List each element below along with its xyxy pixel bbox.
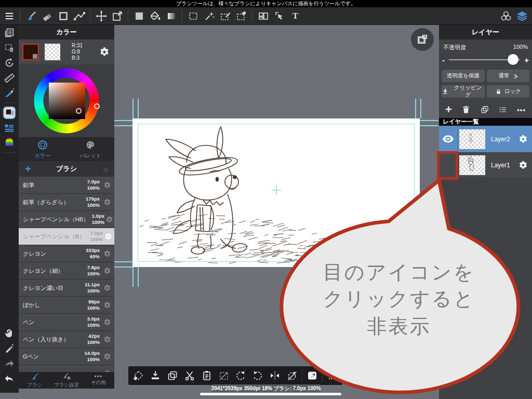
opacity-slider-knob[interactable] [508,54,518,65]
tab-brush-settings[interactable]: ブラシ設定 [50,372,82,389]
brush-list-icon[interactable] [0,120,19,135]
color-settings-gear-icon[interactable] [99,46,110,58]
transform-tool-icon[interactable] [109,8,125,24]
opacity-plus[interactable]: + [524,56,529,64]
opacity-minus[interactable]: - [442,56,445,64]
redo-icon[interactable] [0,355,19,370]
tab-others[interactable]: ••• その他 [83,372,114,389]
brush-settings-gear-icon[interactable] [100,267,114,275]
clipping-icon [442,88,449,95]
brush-list-item[interactable]: クレヨン濃い目 11.1px 100% [19,280,114,297]
brush-list-item[interactable]: 15px [19,365,114,372]
gradient-tool-icon[interactable] [163,8,179,24]
layer-row-layer2[interactable]: Layer2 [439,126,532,152]
select-eraser-tool-icon[interactable] [233,8,249,24]
brush-settings-gear-icon[interactable] [100,352,114,361]
layer2-settings-gear-icon[interactable] [518,134,528,144]
ruler-icon[interactable] [0,70,19,85]
tab-brush[interactable]: ブラシ [19,372,50,389]
rgb-g-value: G:8 [72,49,83,55]
sv-selector[interactable] [76,108,82,114]
clipping-button[interactable]: クリッピング [442,85,485,98]
brush-list-item[interactable]: クレヨン 333px 60% [19,245,114,262]
reset-rotation-icon[interactable] [0,55,19,70]
delete-layer-icon[interactable] [461,105,471,114]
brush-list-item[interactable]: クレヨン（細） 7.6px 100% [19,262,114,280]
add-layer-icon[interactable]: + [445,104,452,115]
foreground-color-swatch[interactable] [22,44,39,60]
sort-brushes-icon[interactable]: ↑↓ [96,165,114,173]
brush-settings-gear-icon[interactable] [103,232,114,241]
cut-icon[interactable] [182,368,197,383]
brush-settings-gear-icon[interactable] [100,318,114,327]
brush-list-item[interactable]: ぼかし 86px 100% [19,297,114,314]
save-icon[interactable] [148,368,163,383]
panel-divide-tool-icon[interactable] [255,8,271,24]
hand-tool-icon[interactable] [0,325,19,340]
paste-icon[interactable] [200,368,214,383]
deselect-icon[interactable] [217,368,231,383]
duplicate-layer-icon[interactable] [480,105,489,114]
brush-settings-gear-icon[interactable] [104,215,114,224]
fill-rect-tool-icon[interactable] [131,8,147,24]
polyline-tool-icon[interactable] [71,8,87,24]
transform-selection-icon[interactable] [131,368,145,383]
layer-list-icon[interactable] [498,105,508,114]
select-pen-tool-icon[interactable] [217,8,233,24]
select-rect-tool-icon[interactable] [185,8,201,24]
reference-window-button[interactable] [411,28,434,51]
redo-rotate-icon[interactable] [250,368,265,383]
color-swatch-icon[interactable] [0,105,19,120]
eyedropper-pen-icon[interactable] [0,340,19,355]
layer2-visibility-cell[interactable] [439,126,458,152]
brush-list-item[interactable]: シャープペンシル（B） 7.0px 100% [19,228,114,245]
magic-wand-tool-icon[interactable] [201,8,217,24]
brush-settings-gear-icon[interactable] [100,181,114,190]
material-cubes-icon[interactable] [498,8,514,24]
protect-alpha-button[interactable]: 透明度を保護 [442,70,485,82]
opacity-slider[interactable] [449,59,520,60]
menu-icon[interactable] [1,8,17,24]
select-source-icon[interactable] [0,40,19,55]
lock-button[interactable]: ロック [487,85,530,98]
airbrush-icon[interactable] [0,85,19,100]
select-cursor-tool-icon[interactable] [271,8,287,24]
copy-icon[interactable] [165,368,180,383]
text-tool-icon[interactable]: T [287,8,303,24]
brush-panel-header: + ブラシ ↑↓ [19,161,114,177]
brush-settings-gear-icon[interactable] [100,249,114,258]
palette-rainbow-icon[interactable] [0,135,19,150]
layer-more-icon[interactable]: ••• [517,106,526,114]
transparent-color-swatch[interactable] [45,44,60,60]
brush-settings-gear-icon[interactable] [100,284,114,292]
more-dots-icon: ••• [95,375,103,379]
eraser-tool-icon[interactable] [39,8,55,24]
undo-icon[interactable] [0,370,19,385]
pages-icon[interactable] [0,25,19,40]
brush-list-item[interactable]: ペン 3.0px 100% [19,314,114,331]
brush-tool-icon[interactable] [23,8,39,24]
brush-settings-gear-icon[interactable] [100,198,114,207]
brush-list-item[interactable]: Gペン 14.0px 100% [19,348,114,365]
tab-color[interactable]: カラー [19,137,66,161]
bucket-tool-icon[interactable] [147,8,163,24]
brush-list-item[interactable]: 鉛筆 7.0px 100% [19,177,114,194]
brush-list-item[interactable]: ペン（入り抜き） 42px 100% [19,331,114,348]
hue-ring-selector[interactable] [94,103,100,109]
move-tool-icon[interactable] [93,8,109,24]
brush-name: ペン（入り抜き） [19,336,77,343]
brush-values: 11.1px 100% [77,282,100,294]
brush-list-item[interactable]: 鉛筆（ざらざら） 175px 100% [19,194,114,211]
brush-settings-gear-icon[interactable] [100,335,114,344]
brush-values: 333px 60% [77,247,100,260]
brush-settings-gear-icon[interactable] [100,301,114,310]
brush-list-item[interactable]: シャープペンシル（HB） 1.0px 100% [19,211,114,228]
add-brush-icon[interactable]: + [19,163,37,175]
brush-name: Gペン [19,353,77,361]
undo-rotate-icon[interactable] [233,368,248,383]
layers-panel-icon[interactable] [514,8,530,24]
shape-tool-icon[interactable] [55,8,71,24]
canvas-guide-line [420,120,438,121]
blend-mode-button[interactable]: 通常 > [487,70,530,82]
tab-palette[interactable]: パレット [66,137,114,161]
